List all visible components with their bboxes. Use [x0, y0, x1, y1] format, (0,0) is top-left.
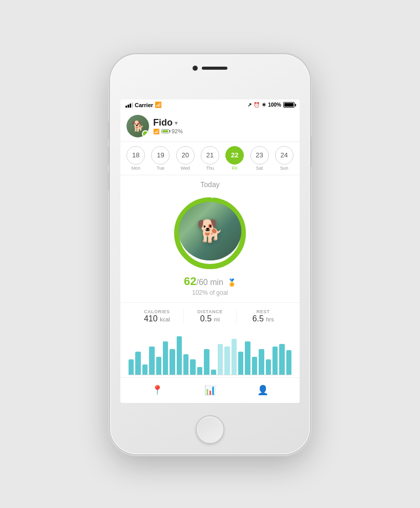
dog-avatar[interactable]: 🐕 [127, 115, 149, 137]
rest-label: REST [257, 309, 270, 314]
front-camera [193, 66, 198, 71]
date-item-sat[interactable]: 23 Sat [250, 146, 269, 171]
distance-value: 0.5 [200, 314, 212, 323]
chart-bar-3 [149, 347, 154, 375]
battery-percent: 100% [268, 102, 281, 108]
rest-unit: hrs [266, 316, 274, 322]
date-circle-18[interactable]: 18 [127, 146, 145, 165]
date-circle-24[interactable]: 24 [275, 146, 293, 165]
date-item-thu[interactable]: 21 Thu [201, 146, 219, 171]
activity-minutes: 62/60 min 🏅 [184, 275, 236, 288]
collar-battery [161, 129, 170, 133]
date-circle-19[interactable]: 19 [151, 146, 170, 165]
chart-bar-20 [266, 359, 271, 375]
bottom-nav: 📍 📊 👤 [120, 377, 300, 403]
collar-wifi-icon: 📶 [153, 129, 159, 134]
activity-ring [172, 195, 248, 268]
activity-icon: 📊 [204, 384, 216, 396]
chart-bar-21 [272, 347, 278, 375]
chart-bar-5 [163, 341, 168, 375]
date-day-wed: Wed [181, 166, 190, 171]
chart-bar-15 [232, 339, 237, 375]
battery-icon [283, 102, 295, 108]
chart-bar-10 [197, 367, 202, 375]
chart-bar-16 [238, 352, 243, 375]
date-circle-20[interactable]: 20 [176, 146, 195, 165]
app-header: 🐕 Fido ▾ 📶 92% [120, 111, 300, 142]
chart-bars [127, 334, 293, 375]
date-item-tue[interactable]: 19 Tue [151, 146, 170, 171]
collar-battery-icon [161, 129, 170, 133]
date-circle-21[interactable]: 21 [201, 146, 219, 165]
chart-baseline [129, 375, 291, 375]
status-left: Carrier 📶 [125, 101, 162, 108]
date-day-sat: Sat [256, 166, 263, 171]
stats-row: CALORIES 410 kcal DISTANCE 0.5 mi REST [120, 302, 300, 330]
goal-percent: 102% of goal [184, 289, 236, 296]
signal-bars [125, 103, 133, 108]
date-circle-22[interactable]: 22 [225, 146, 244, 165]
dog-name-row: Fido ▾ [153, 117, 293, 128]
chart-bar-7 [177, 336, 182, 375]
stat-distance: DISTANCE 0.5 mi [183, 309, 237, 323]
date-strip: 18 Mon 19 Tue 20 Wed 21 Thu 22 Fri 23 Sa… [120, 142, 300, 175]
distance-value-row: 0.5 mi [200, 314, 220, 323]
phone-screen: Carrier 📶 ↗ ⏰ ✳ 100% 🐕 Fido [120, 99, 300, 403]
phone-top-area [193, 66, 227, 71]
home-button[interactable] [196, 415, 224, 444]
calories-label: CALORIES [144, 309, 170, 314]
collar-battery-percent: 92% [172, 128, 183, 134]
today-label: Today [200, 180, 219, 189]
chart-bar-14 [224, 347, 229, 375]
clock-icon: ⏰ [254, 102, 260, 108]
nav-profile[interactable]: 👤 [257, 384, 268, 396]
signal-bar-1 [125, 106, 127, 108]
calories-value: 410 [144, 314, 158, 323]
minutes-unit: min [208, 278, 223, 287]
signal-bar-2 [128, 105, 129, 108]
date-item-mon[interactable]: 18 Mon [127, 146, 145, 171]
rest-value: 6.5 [253, 314, 264, 323]
chart-bar-8 [183, 354, 188, 375]
stat-rest: REST 6.5 hrs [236, 309, 289, 323]
online-badge [142, 130, 149, 137]
chart-bar-11 [204, 349, 209, 375]
date-circle-23[interactable]: 23 [250, 146, 269, 165]
profile-icon: 👤 [257, 384, 268, 396]
rest-value-row: 6.5 hrs [253, 314, 274, 323]
chart-bar-1 [135, 352, 140, 375]
dog-name: Fido [153, 117, 173, 128]
nav-activity[interactable]: 📊 [204, 384, 216, 396]
chart-bar-19 [259, 349, 264, 375]
collar-status: 📶 92% [153, 128, 293, 134]
date-item-wed[interactable]: 20 Wed [176, 146, 195, 171]
status-bar: Carrier 📶 ↗ ⏰ ✳ 100% [120, 99, 300, 111]
minutes-done: 62 [184, 275, 196, 288]
date-item-sun[interactable]: 24 Sun [275, 146, 293, 171]
calories-unit: kcal [160, 316, 170, 322]
date-day-sun: Sun [280, 166, 288, 171]
date-item-fri[interactable]: 22 Fri [225, 146, 244, 171]
chart-bar-6 [170, 349, 175, 375]
achievement-icon: 🏅 [227, 278, 236, 287]
date-day-thu: Thu [206, 166, 214, 171]
chart-bar-4 [156, 357, 161, 375]
distance-label: DISTANCE [197, 309, 222, 314]
dog-photo-placeholder [179, 202, 241, 260]
chart-area [120, 330, 300, 377]
nav-location[interactable]: 📍 [152, 384, 163, 396]
arrow-icon: ↗ [247, 102, 251, 108]
chart-bar-9 [190, 359, 195, 375]
activity-stats: 62/60 min 🏅 102% of goal [184, 275, 236, 296]
chart-bar-23 [286, 350, 291, 375]
signal-bar-4 [132, 103, 133, 108]
minutes-goal: 60 [199, 278, 208, 287]
chevron-down-icon[interactable]: ▾ [175, 119, 178, 127]
date-day-fri: Fri [232, 166, 238, 171]
battery-fill [284, 103, 293, 107]
collar-battery-fill [162, 130, 168, 132]
chart-bar-12 [211, 370, 216, 375]
bluetooth-icon: ✳ [262, 102, 266, 108]
earpiece-speaker [202, 67, 227, 70]
header-info: Fido ▾ 📶 92% [153, 117, 293, 134]
